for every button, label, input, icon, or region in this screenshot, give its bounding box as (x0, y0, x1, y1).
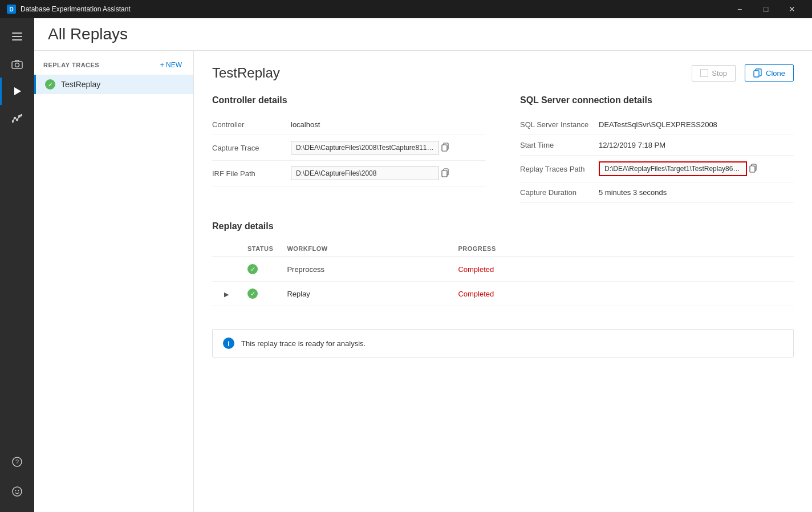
svg-rect-23 (750, 166, 755, 172)
panel-header: TestReplay Stop Clone (212, 64, 794, 82)
clone-icon (753, 68, 762, 78)
svg-point-19 (18, 490, 19, 491)
table-row: ✓ Preprocess Completed (212, 257, 794, 282)
capture-trace-row: Capture Trace D:\DEA\CaptureFiles\2008\T… (212, 135, 486, 161)
sidebar-item-label: TestReplay (61, 80, 100, 89)
svg-point-10 (12, 121, 14, 123)
page-header: All Replays (34, 18, 812, 51)
row2-status-cell: ✓ (241, 282, 280, 306)
minimize-button[interactable]: − (726, 0, 753, 18)
maximize-button[interactable]: □ (753, 0, 779, 18)
svg-rect-0 (12, 32, 22, 34)
controller-details-col: Controller details Controller localhost … (212, 95, 486, 203)
row2-progress-value: Completed (458, 290, 494, 298)
left-nav: ? (0, 18, 34, 512)
app-title: Database Experimentation Assistant (21, 5, 726, 13)
sql-instance-label: SQL Server Instance (520, 120, 594, 129)
window-controls: − □ ✕ (726, 0, 805, 18)
controller-section-title: Controller details (212, 95, 486, 105)
stop-button[interactable]: Stop (692, 65, 736, 82)
nav-feedback-icon[interactable] (0, 478, 34, 505)
sql-instance-value: DEATestSqlSvr\SQLEXPRESS2008 (599, 120, 794, 129)
capture-trace-input[interactable]: D:\DEA\CaptureFiles\2008\TestCapture811_… (291, 141, 439, 155)
row1-workflow-cell: Preprocess (280, 257, 451, 282)
table-header-row: STATUS WORKFLOW PROGRESS (212, 241, 794, 257)
nav-help-icon[interactable]: ? (0, 448, 34, 476)
sidebar-section-label: REPLAY TRACES (43, 62, 99, 68)
col-header-status (212, 241, 241, 257)
replay-traces-path-label: Replay Traces Path (520, 165, 594, 173)
status-icon-green: ✓ (45, 79, 55, 90)
col-header-workflow: WORKFLOW (280, 241, 451, 257)
capture-duration-value: 5 minutes 3 seconds (599, 188, 794, 197)
row1-status-icon: ✓ (247, 264, 258, 274)
irf-file-path-input[interactable]: D:\DEA\CaptureFiles\2008 (291, 166, 439, 180)
svg-rect-2 (12, 39, 22, 40)
new-replay-button[interactable]: + NEW (158, 60, 184, 70)
replay-traces-path-row: Replay Traces Path D:\DEA\ReplayFiles\Ta… (520, 156, 794, 182)
replay-details-section: Replay details STATUS WORKFLOW (212, 221, 794, 306)
app-body: ? All Replays REPLAY TRACES (0, 18, 812, 512)
svg-text:?: ? (15, 458, 19, 465)
sidebar-item-testreplay[interactable]: ✓ TestReplay (34, 75, 193, 94)
replay-traces-path-field: D:\DEA\ReplayFiles\Target1\TestReplay868… (599, 161, 794, 176)
panel-actions: Stop Clone (692, 64, 794, 82)
svg-marker-5 (14, 87, 21, 95)
clone-label: Clone (766, 69, 785, 78)
sql-instance-row: SQL Server Instance DEATestSqlSvr\SQLEXP… (520, 115, 794, 135)
panel-title: TestReplay (212, 65, 280, 81)
svg-point-12 (17, 119, 18, 121)
table-row: ▶ ✓ Replay Completed (212, 282, 794, 306)
row1-play-icon-cell (212, 257, 241, 282)
clone-button[interactable]: Clone (745, 64, 794, 82)
irf-file-path-copy-icon[interactable] (441, 168, 449, 179)
irf-file-path-row: IRF File Path D:\DEA\CaptureFiles\2008 (212, 161, 486, 186)
row2-workflow-label: Replay (287, 290, 310, 298)
svg-rect-22 (442, 170, 447, 177)
col-header-status2: STATUS (241, 241, 280, 257)
start-time-value: 12/12/2019 7:18 PM (599, 141, 794, 149)
svg-point-17 (13, 487, 22, 496)
nav-analysis-icon[interactable] (0, 105, 34, 132)
stop-checkbox-icon (700, 69, 708, 77)
svg-rect-20 (754, 71, 759, 77)
controller-value: localhost (291, 120, 486, 129)
start-time-label: Start Time (520, 141, 594, 149)
row2-status-icon: ✓ (247, 288, 258, 299)
capture-duration-label: Capture Duration (520, 188, 594, 197)
nav-menu-icon[interactable] (0, 23, 34, 50)
replay-traces-path-copy-icon[interactable] (749, 164, 757, 174)
details-section: Controller details Controller localhost … (212, 95, 794, 203)
row1-progress-value: Completed (458, 265, 494, 274)
svg-rect-21 (442, 145, 447, 151)
row2-play-icon: ▶ (224, 291, 229, 298)
replay-table: STATUS WORKFLOW PROGRESS (212, 241, 794, 306)
close-button[interactable]: ✕ (779, 0, 805, 18)
capture-trace-label: Capture Trace (212, 144, 286, 152)
titlebar: D Database Experimentation Assistant − □… (0, 0, 812, 18)
main-panel: TestReplay Stop Clone (194, 51, 812, 512)
sidebar-header: REPLAY TRACES + NEW (34, 51, 193, 75)
sql-details-col: SQL Server connection details SQL Server… (520, 95, 794, 203)
nav-replay-icon[interactable] (0, 78, 34, 105)
irf-file-path-field: D:\DEA\CaptureFiles\2008 (291, 166, 486, 180)
row2-workflow-cell: Replay (280, 282, 451, 306)
replay-traces-path-input[interactable]: D:\DEA\ReplayFiles\Target1\TestReplay868… (599, 161, 747, 176)
info-bar: i This replay trace is ready for analysi… (212, 329, 794, 357)
controller-label: Controller (212, 120, 286, 129)
capture-trace-copy-icon[interactable] (441, 143, 449, 153)
sql-section-title: SQL Server connection details (520, 95, 794, 105)
row1-progress-cell: Completed (451, 257, 794, 282)
svg-point-14 (21, 115, 23, 116)
info-text: This replay trace is ready for analysis. (241, 339, 366, 348)
controller-row: Controller localhost (212, 115, 486, 135)
svg-point-18 (15, 490, 17, 491)
col-header-progress: PROGRESS (451, 241, 794, 257)
row2-play-icon-cell: ▶ (212, 282, 241, 306)
svg-rect-1 (12, 36, 22, 37)
irf-file-path-label: IRF File Path (212, 169, 286, 178)
nav-bottom: ? (0, 448, 34, 512)
row2-progress-cell: Completed (451, 282, 794, 306)
svg-point-11 (14, 117, 16, 119)
nav-capture-icon[interactable] (0, 50, 34, 78)
